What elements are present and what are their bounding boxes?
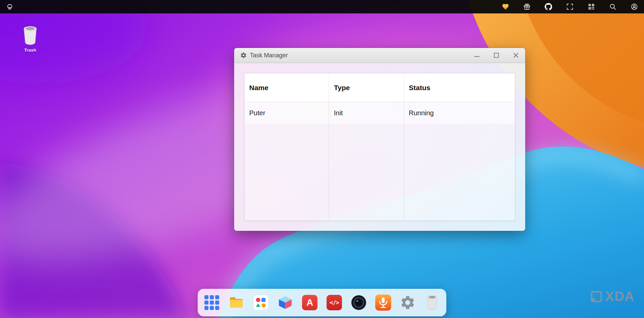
xda-logo-icon xyxy=(590,290,603,303)
desktop[interactable]: Trash Task Manager xyxy=(0,13,644,318)
account-icon[interactable] xyxy=(631,3,638,10)
window-content: Name Type Status Puter Init Running xyxy=(234,63,525,231)
minimize-button[interactable] xyxy=(474,52,480,59)
text-editor-icon[interactable]: A xyxy=(301,294,319,311)
code-editor-glyph: </> xyxy=(330,299,339,306)
cell-name: Puter xyxy=(245,102,329,124)
camera-app-icon[interactable] xyxy=(350,294,368,311)
search-icon[interactable] xyxy=(609,3,616,10)
table-row-puter[interactable]: Puter Init Running xyxy=(245,102,515,124)
window-title: Task Manager xyxy=(250,52,288,59)
trash-icon[interactable] xyxy=(424,294,441,311)
maximize-button[interactable] xyxy=(493,52,500,59)
close-button[interactable] xyxy=(513,52,519,59)
task-manager-window: Task Manager Name Type Status xyxy=(234,48,525,231)
cell-type: Init xyxy=(329,102,404,124)
qr-code-icon[interactable] xyxy=(588,3,595,10)
app-center-icon[interactable] xyxy=(252,294,270,311)
dock: A </> xyxy=(198,289,446,316)
window-titlebar[interactable]: Task Manager xyxy=(234,48,525,63)
top-menu-bar xyxy=(0,0,644,13)
table-empty-area xyxy=(245,124,515,220)
cell-status: Running xyxy=(404,102,515,124)
xda-watermark-text: XDA xyxy=(605,289,635,304)
column-header-status: Status xyxy=(404,73,515,102)
code-editor-icon[interactable]: </> xyxy=(326,294,343,311)
cube-3d-app-icon[interactable] xyxy=(277,294,294,311)
column-header-name: Name xyxy=(245,73,329,102)
gear-icon xyxy=(240,52,247,59)
table-header-row: Name Type Status xyxy=(245,73,515,102)
column-header-type: Type xyxy=(329,73,404,102)
voice-recorder-icon[interactable] xyxy=(375,294,392,311)
puter-logo-icon[interactable] xyxy=(6,3,13,10)
github-icon[interactable] xyxy=(545,3,552,10)
text-editor-letter: A xyxy=(306,297,313,308)
desktop-trash-item[interactable]: Trash xyxy=(15,25,46,53)
process-table: Name Type Status Puter Init Running xyxy=(244,73,515,221)
gift-icon[interactable] xyxy=(523,3,531,10)
files-folder-icon[interactable] xyxy=(228,294,245,311)
heart-icon[interactable] xyxy=(502,3,509,10)
app-launcher-icon[interactable] xyxy=(203,294,221,311)
fullscreen-icon[interactable] xyxy=(566,3,574,10)
trash-bin-icon xyxy=(22,25,38,46)
xda-watermark: XDA xyxy=(590,289,635,304)
trash-label: Trash xyxy=(24,48,36,53)
settings-icon[interactable] xyxy=(399,294,417,311)
